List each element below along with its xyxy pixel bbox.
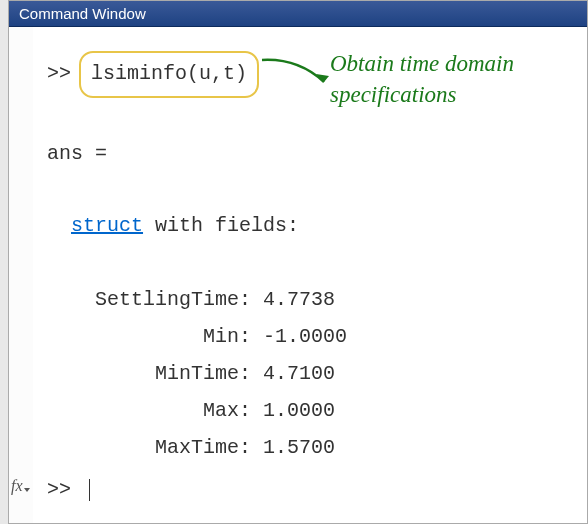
- cursor-icon: [89, 479, 90, 501]
- annotation-text: Obtain time domain specifications: [330, 48, 588, 110]
- field-value: 4.7738: [263, 288, 335, 311]
- struct-with-fields: with fields:: [143, 214, 299, 237]
- annotation-line-1: Obtain time domain: [330, 48, 588, 79]
- fx-icon[interactable]: fx: [11, 477, 30, 495]
- field-value: 1.5700: [263, 436, 335, 459]
- struct-line: struct with fields:: [47, 207, 587, 244]
- command-text: lsiminfo(u,t): [91, 62, 247, 85]
- field-name: Min: [203, 325, 239, 348]
- field-row: MinTime: 4.7100: [47, 355, 587, 392]
- field-row: Min: -1.0000: [47, 318, 587, 355]
- window-title: Command Window: [19, 5, 146, 22]
- input-prompt-line[interactable]: >>: [47, 478, 90, 501]
- field-name: MinTime: [155, 362, 239, 385]
- command-highlight: lsiminfo(u,t): [79, 51, 259, 98]
- struct-link[interactable]: struct: [71, 214, 143, 237]
- field-row: MaxTime: 1.5700: [47, 429, 587, 466]
- field-value: -1.0000: [263, 325, 347, 348]
- field-name: Max: [203, 399, 239, 422]
- code-area: >> lsiminfo(u,t) ans = struct with field…: [33, 51, 587, 466]
- blank-line-3: [47, 244, 587, 281]
- field-value: 1.0000: [263, 399, 335, 422]
- title-bar: Command Window: [9, 1, 587, 27]
- field-row: Max: 1.0000: [47, 392, 587, 429]
- annotation-line-2: specifications: [330, 79, 588, 110]
- blank-line-2: [47, 172, 587, 209]
- input-prompt: >>: [47, 478, 71, 501]
- ans-line: ans =: [47, 135, 587, 172]
- prompt: >>: [47, 62, 71, 85]
- field-name: MaxTime: [155, 436, 239, 459]
- field-value: 4.7100: [263, 362, 335, 385]
- gutter: [9, 27, 33, 523]
- field-name: SettlingTime: [95, 288, 239, 311]
- fx-label: fx: [11, 477, 23, 494]
- field-row: SettlingTime: 4.7738: [47, 281, 587, 318]
